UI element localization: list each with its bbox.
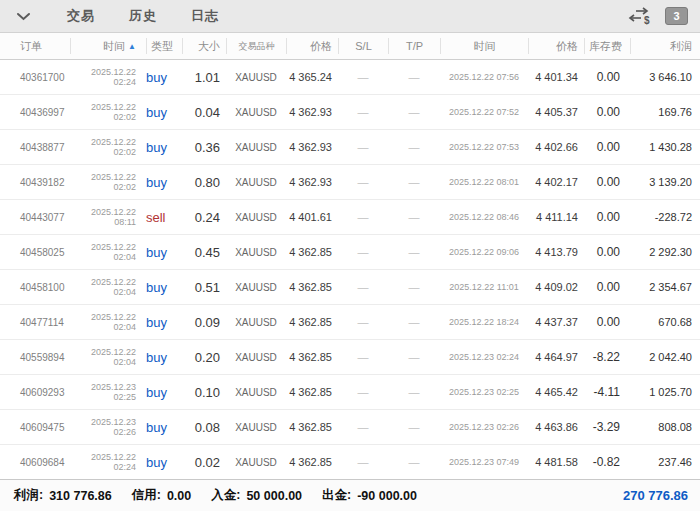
cell-sl: — <box>338 211 388 223</box>
cell-open-price: 4 362.93 <box>286 141 338 153</box>
cell-symbol: XAUUSD <box>226 422 286 433</box>
header-tp[interactable]: T/P <box>388 38 440 54</box>
cell-open-time: 2025.12.22 02:04 <box>70 277 146 297</box>
cell-tp: — <box>388 421 440 433</box>
cell-order: 40559894 <box>18 352 70 363</box>
cell-open-time: 2025.12.23 02:25 <box>70 382 146 402</box>
table-row[interactable]: 40458025 2025.12.22 02:04 buy 0.45 XAUUS… <box>0 235 700 270</box>
funds-transfer-icon[interactable]: $ <box>627 6 651 26</box>
cell-type: buy <box>146 455 182 470</box>
cell-close-price: 4 481.58 <box>528 456 584 468</box>
cell-tp: — <box>388 456 440 468</box>
summary-withdrawal: 出金: -90 000.00 <box>322 487 417 504</box>
counter-badge[interactable]: 3 <box>665 7 688 25</box>
cell-close-price: 4 413.79 <box>528 246 584 258</box>
cell-open-price: 4 365.24 <box>286 71 338 83</box>
summary-profit: 利润: 310 776.86 <box>14 487 112 504</box>
cell-symbol: XAUUSD <box>226 282 286 293</box>
table-row[interactable]: 40477114 2025.12.22 02:04 buy 0.09 XAUUS… <box>0 305 700 340</box>
cell-type: buy <box>146 420 182 435</box>
cell-profit: 808.08 <box>630 421 700 433</box>
cell-size: 0.24 <box>182 210 226 225</box>
table-row[interactable]: 40361700 2025.12.22 02:24 buy 1.01 XAUUS… <box>0 60 700 95</box>
cell-swap: 0.00 <box>584 210 630 224</box>
cell-tp: — <box>388 176 440 188</box>
cell-open-time: 2025.12.22 02:24 <box>70 67 146 87</box>
cell-close-price: 4 409.02 <box>528 281 584 293</box>
table-row[interactable]: 40559894 2025.12.22 02:04 buy 0.20 XAUUS… <box>0 340 700 375</box>
cell-type: buy <box>146 385 182 400</box>
header-close-time[interactable]: 时间 <box>440 38 528 54</box>
table-row[interactable]: 40438877 2025.12.22 02:02 buy 0.36 XAUUS… <box>0 130 700 165</box>
header-sl[interactable]: S/L <box>338 38 388 54</box>
header-profit[interactable]: 利润 <box>630 38 700 54</box>
header-size[interactable]: 大小 <box>182 38 226 54</box>
cell-swap: 0.00 <box>584 280 630 294</box>
cell-symbol: XAUUSD <box>226 212 286 223</box>
cell-close-price: 4 405.37 <box>528 106 584 118</box>
header-open-price[interactable]: 价格 <box>286 38 338 54</box>
cell-close-price: 4 411.14 <box>528 211 584 223</box>
header-order[interactable]: 订单 <box>18 38 70 54</box>
cell-tp: — <box>388 71 440 83</box>
cell-close-price: 4 463.86 <box>528 421 584 433</box>
cell-open-time: 2025.12.22 08:11 <box>70 207 146 227</box>
profit-label: 利润: <box>14 487 43 504</box>
cell-type: buy <box>146 280 182 295</box>
table-row[interactable]: 40443077 2025.12.22 08:11 sell 0.24 XAUU… <box>0 200 700 235</box>
header-symbol[interactable]: 交易品种 <box>226 38 286 54</box>
cell-swap: 0.00 <box>584 245 630 259</box>
cell-open-price: 4 362.85 <box>286 386 338 398</box>
table-row[interactable]: 40609475 2025.12.23 02:26 buy 0.08 XAUUS… <box>0 410 700 445</box>
summary-deposit: 入金: 50 000.00 <box>211 487 302 504</box>
cell-open-price: 4 362.85 <box>286 456 338 468</box>
table-row[interactable]: 40436997 2025.12.22 02:02 buy 0.04 XAUUS… <box>0 95 700 130</box>
cell-type: buy <box>146 70 182 85</box>
toolbar-actions: $ 3 <box>627 6 688 26</box>
cell-size: 0.80 <box>182 175 226 190</box>
cell-order: 40477114 <box>18 317 70 328</box>
cell-close-time: 2025.12.22 08:46 <box>440 212 528 222</box>
table-body: 40361700 2025.12.22 02:24 buy 1.01 XAUUS… <box>0 60 700 480</box>
tab-journal[interactable]: 日志 <box>174 7 236 25</box>
header-close-price[interactable]: 价格 <box>528 38 584 54</box>
cell-profit: 3 646.10 <box>630 71 700 83</box>
cell-symbol: XAUUSD <box>226 387 286 398</box>
header-type[interactable]: 类型 <box>146 38 182 54</box>
chevron-down-icon[interactable] <box>10 4 36 28</box>
table-row[interactable]: 40458100 2025.12.22 02:04 buy 0.51 XAUUS… <box>0 270 700 305</box>
cell-order: 40436997 <box>18 107 70 118</box>
cell-open-time: 2025.12.22 02:02 <box>70 102 146 122</box>
cell-tp: — <box>388 106 440 118</box>
cell-order: 40609293 <box>18 387 70 398</box>
cell-symbol: XAUUSD <box>226 107 286 118</box>
cell-open-time: 2025.12.22 02:04 <box>70 312 146 332</box>
cell-tp: — <box>388 246 440 258</box>
cell-tp: — <box>388 316 440 328</box>
withdrawal-label: 出金: <box>322 487 351 504</box>
credit-value: 0.00 <box>167 489 191 503</box>
tab-history[interactable]: 历史 <box>112 7 174 25</box>
cell-sl: — <box>338 351 388 363</box>
cell-sl: — <box>338 71 388 83</box>
table-row[interactable]: 40609293 2025.12.23 02:25 buy 0.10 XAUUS… <box>0 375 700 410</box>
cell-open-price: 4 362.85 <box>286 421 338 433</box>
cell-swap: 0.00 <box>584 70 630 84</box>
cell-order: 40438877 <box>18 142 70 153</box>
cell-swap: 0.00 <box>584 105 630 119</box>
cell-order: 40439182 <box>18 177 70 188</box>
table-row[interactable]: 40439182 2025.12.22 02:02 buy 0.80 XAUUS… <box>0 165 700 200</box>
summary-credit: 信用: 0.00 <box>132 487 192 504</box>
cell-open-price: 4 362.85 <box>286 351 338 363</box>
cell-size: 0.04 <box>182 105 226 120</box>
table-row[interactable]: 40609684 2025.12.22 02:24 buy 0.02 XAUUS… <box>0 445 700 480</box>
cell-open-time: 2025.12.22 02:02 <box>70 137 146 157</box>
cell-profit: 1 025.70 <box>630 386 700 398</box>
header-open-time[interactable]: 时间▲ <box>70 38 146 54</box>
cell-open-price: 4 362.85 <box>286 316 338 328</box>
table-header: 订单 时间▲ 类型 大小 交易品种 价格 S/L T/P 时间 价格 库存费 利… <box>0 33 700 60</box>
cell-symbol: XAUUSD <box>226 457 286 468</box>
header-swap[interactable]: 库存费 <box>584 38 630 54</box>
cell-size: 0.36 <box>182 140 226 155</box>
tab-trade[interactable]: 交易 <box>50 7 112 25</box>
